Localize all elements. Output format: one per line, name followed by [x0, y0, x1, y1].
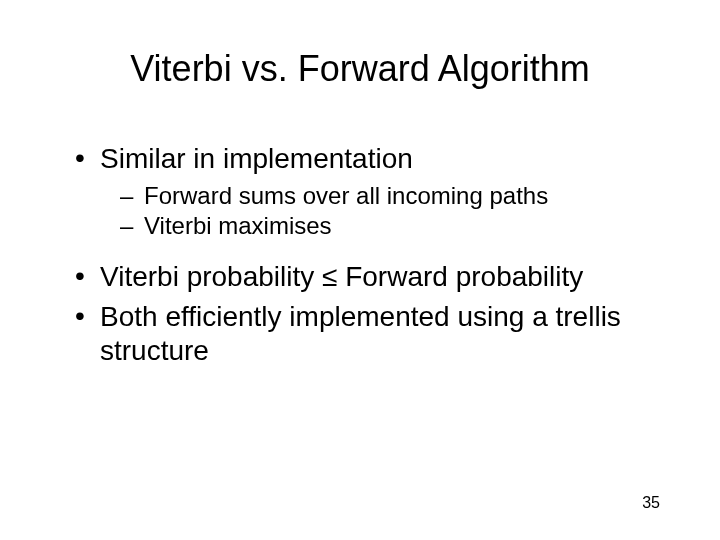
- sub-bullet-item: – Forward sums over all incoming paths: [60, 182, 660, 210]
- slide-container: Viterbi vs. Forward Algorithm • Similar …: [0, 0, 720, 540]
- page-number: 35: [642, 494, 660, 512]
- bullet-marker: •: [60, 300, 100, 332]
- sub-bullet-marker: –: [120, 212, 144, 240]
- bullet-text: Similar in implementation: [100, 142, 660, 176]
- sub-bullet-marker: –: [120, 182, 144, 210]
- bullet-marker: •: [60, 142, 100, 174]
- bullet-item: • Viterbi probability ≤ Forward probabil…: [60, 260, 660, 294]
- bullet-text: Viterbi probability ≤ Forward probabilit…: [100, 260, 660, 294]
- bullet-item: • Both efficiently implemented using a t…: [60, 300, 660, 368]
- sub-bullet-item: – Viterbi maximises: [60, 212, 660, 240]
- slide-body: • Similar in implementation – Forward su…: [60, 142, 660, 368]
- bullet-item: • Similar in implementation: [60, 142, 660, 176]
- sub-bullet-text: Viterbi maximises: [144, 212, 660, 240]
- slide-title: Viterbi vs. Forward Algorithm: [60, 48, 660, 90]
- spacer: [60, 242, 660, 260]
- bullet-marker: •: [60, 260, 100, 292]
- bullet-text: Both efficiently implemented using a tre…: [100, 300, 660, 368]
- sub-bullet-text: Forward sums over all incoming paths: [144, 182, 660, 210]
